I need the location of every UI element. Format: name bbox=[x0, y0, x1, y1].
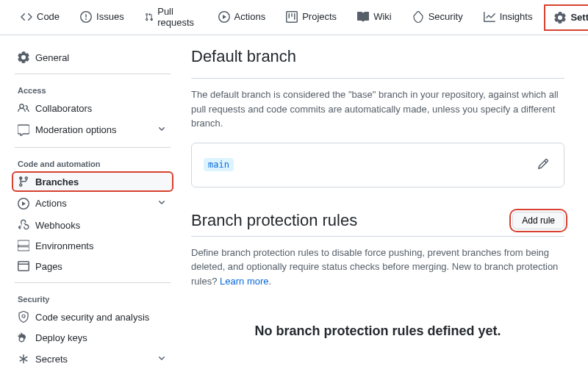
top-navigation: CodeIssuesPull requestsActionsProjectsWi… bbox=[0, 0, 588, 35]
play-icon bbox=[18, 198, 29, 210]
topnav-pull-requests[interactable]: Pull requests bbox=[136, 0, 207, 35]
empty-state: No branch protection rules defined yet. bbox=[191, 300, 564, 362]
webhook-icon bbox=[18, 219, 29, 231]
topnav-insights[interactable]: Insights bbox=[475, 5, 542, 30]
sidebar-item-webhooks[interactable]: Webhooks bbox=[12, 215, 173, 235]
topnav-label: Code bbox=[37, 11, 60, 22]
edit-branch-button[interactable] bbox=[534, 155, 552, 175]
code-icon bbox=[21, 11, 32, 23]
topnav-label: Actions bbox=[234, 11, 266, 22]
sidebar-item-collaborators[interactable]: Collaborators bbox=[12, 98, 173, 118]
sidebar-item-pages[interactable]: Pages bbox=[12, 256, 173, 276]
sidebar-item-label: General bbox=[35, 52, 69, 63]
default-branch-title: Default branch bbox=[191, 47, 564, 72]
comment-icon bbox=[18, 124, 29, 136]
branch-icon bbox=[18, 176, 29, 187]
protection-header: Branch protection rules Add rule bbox=[191, 211, 564, 230]
protection-desc-suffix: . bbox=[269, 276, 272, 287]
topnav-security[interactable]: Security bbox=[404, 5, 472, 30]
asterisk-icon bbox=[18, 354, 29, 365]
sidebar-general[interactable]: General bbox=[12, 47, 173, 68]
chevron-down-icon bbox=[156, 196, 168, 210]
topnav-issues[interactable]: Issues bbox=[71, 5, 133, 30]
pencil-icon bbox=[537, 158, 549, 170]
play-icon bbox=[218, 11, 230, 23]
sidebar-item-label: Deploy keys bbox=[35, 332, 87, 343]
svg-point-0 bbox=[22, 315, 25, 318]
sidebar-item-environments[interactable]: Environments bbox=[12, 235, 173, 256]
sidebar-item-label: Actions bbox=[35, 198, 67, 209]
gear-icon bbox=[554, 12, 566, 24]
people-icon bbox=[18, 102, 29, 114]
server-icon bbox=[18, 240, 29, 251]
sidebar-item-label: Webhooks bbox=[35, 220, 80, 231]
divider bbox=[191, 236, 564, 237]
sidebar-item-code-security-and-analysis[interactable]: Code security and analysis bbox=[12, 307, 173, 327]
gear-icon bbox=[18, 51, 29, 63]
chevron-down-icon bbox=[156, 123, 168, 137]
sidebar-item-label: Environments bbox=[35, 240, 93, 251]
divider bbox=[15, 74, 171, 74]
topnav-label: Issues bbox=[96, 11, 124, 22]
divider bbox=[15, 147, 171, 148]
sidebar-item-label: Moderation options bbox=[35, 124, 117, 135]
topnav-label: Pull requests bbox=[157, 6, 197, 28]
sidebar-item-deploy-keys[interactable]: Deploy keys bbox=[12, 327, 173, 348]
topnav-settings[interactable]: Settings bbox=[544, 4, 588, 31]
learn-more-link[interactable]: Learn more bbox=[220, 276, 268, 287]
branch-name-badge: main bbox=[204, 158, 234, 171]
main-content: Default branch The default branch is con… bbox=[191, 47, 576, 372]
key-icon bbox=[18, 332, 29, 343]
chevron-icon bbox=[156, 196, 168, 208]
browser-icon bbox=[18, 260, 29, 272]
topnav-projects[interactable]: Projects bbox=[277, 5, 345, 30]
sidebar-item-label: Code security and analysis bbox=[35, 312, 149, 323]
project-icon bbox=[286, 11, 298, 23]
sidebar-item-actions[interactable]: Actions bbox=[12, 192, 173, 215]
sidebar-item-label: Branches bbox=[35, 176, 79, 187]
topnav-actions[interactable]: Actions bbox=[209, 5, 275, 30]
topnav-label: Wiki bbox=[373, 11, 392, 22]
chevron-icon bbox=[156, 352, 168, 364]
topnav-label: Settings bbox=[570, 12, 588, 23]
default-branch-box: main bbox=[191, 143, 564, 187]
divider bbox=[191, 78, 564, 79]
topnav-wiki[interactable]: Wiki bbox=[348, 5, 401, 30]
sidebar-item-label: Collaborators bbox=[35, 103, 92, 114]
sidebar-heading: Access bbox=[12, 80, 173, 98]
issue-icon bbox=[80, 11, 92, 23]
default-branch-desc: The default branch is considered the "ba… bbox=[191, 87, 564, 131]
sidebar-heading: Security bbox=[12, 289, 173, 307]
sidebar-heading: Code and automation bbox=[12, 154, 173, 171]
graph-icon bbox=[484, 11, 495, 23]
topnav-label: Projects bbox=[302, 11, 337, 22]
sidebar-item-label: Secrets bbox=[35, 354, 68, 365]
sidebar-item-branches[interactable]: Branches bbox=[12, 171, 173, 192]
sidebar-item-moderation-options[interactable]: Moderation options bbox=[12, 118, 173, 141]
settings-sidebar: GeneralAccessCollaboratorsModeration opt… bbox=[12, 47, 173, 372]
divider bbox=[15, 282, 171, 283]
protection-title: Branch protection rules bbox=[191, 211, 357, 230]
shield-search-icon bbox=[18, 311, 29, 323]
topnav-code[interactable]: Code bbox=[12, 5, 68, 30]
topnav-label: Insights bbox=[500, 11, 533, 22]
chevron-down-icon bbox=[156, 352, 168, 366]
sidebar-item-secrets[interactable]: Secrets bbox=[12, 348, 173, 371]
add-rule-button[interactable]: Add rule bbox=[512, 212, 564, 229]
protection-desc: Define branch protection rules to disabl… bbox=[191, 246, 564, 289]
topnav-label: Security bbox=[429, 11, 463, 22]
chevron-icon bbox=[156, 123, 168, 135]
book-icon bbox=[357, 11, 369, 23]
shield-icon bbox=[412, 11, 424, 23]
sidebar-item-label: Pages bbox=[35, 261, 62, 272]
pr-icon bbox=[145, 11, 154, 23]
